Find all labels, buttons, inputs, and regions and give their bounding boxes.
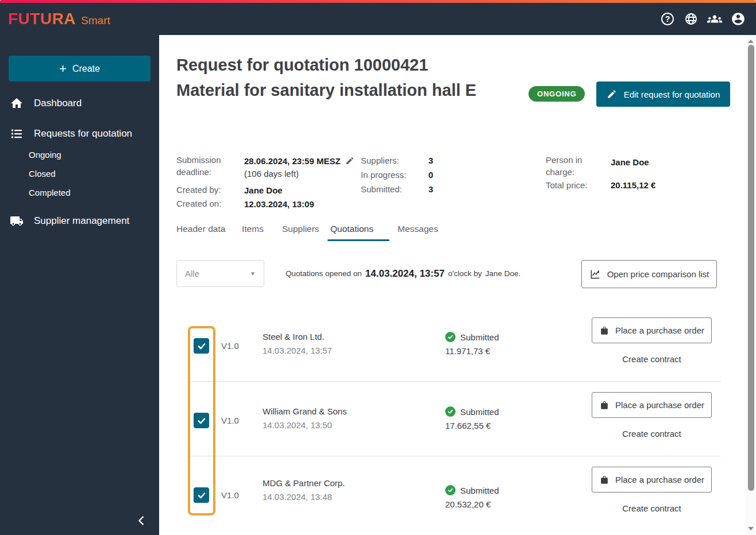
quotation-filter-select[interactable]: Alle ▼: [176, 260, 264, 287]
create-button[interactable]: + Create: [9, 56, 151, 82]
active-tab-indicator: [327, 239, 389, 241]
quotation-row: V1.0 William Grand & Sons 14.03.2024, 13…: [159, 375, 746, 449]
truck-icon: [10, 214, 24, 228]
quotation-row: V1.0 MDG & Partner Corp. 14.03.2024, 13:…: [159, 449, 746, 524]
place-purchase-order-button[interactable]: Place a purchase order: [592, 317, 712, 343]
quotation-version: V1.0: [221, 341, 239, 351]
users-group-icon[interactable]: [707, 11, 722, 26]
submission-deadline-value: 28.06.2024, 23:59 MESZ: [244, 155, 354, 168]
scrollbar: [746, 35, 756, 535]
sidebar-item-supplier-management[interactable]: Supplier management: [0, 212, 159, 230]
in-progress-label: In progress:: [361, 169, 406, 181]
tab-items[interactable]: Items: [242, 224, 264, 234]
place-purchase-order-label: Place a purchase order: [615, 400, 704, 410]
edit-deadline-icon[interactable]: [345, 156, 354, 168]
main-content: Request for quotation 10000421 Material …: [159, 35, 746, 535]
chevron-down-icon: ▼: [250, 270, 256, 277]
create-contract-link[interactable]: Create contract: [592, 503, 712, 513]
account-icon[interactable]: [731, 11, 746, 26]
tab-quotations[interactable]: Quotations: [330, 224, 373, 234]
logo-primary: FUTURA: [8, 10, 76, 28]
tab-suppliers[interactable]: Suppliers: [282, 224, 319, 234]
sidebar-subitem-ongoing[interactable]: Ongoing: [0, 147, 159, 162]
sidebar-subitem-completed[interactable]: Completed: [0, 185, 159, 200]
created-on-value: 12.03.2024, 13:09: [244, 198, 314, 210]
supplier-name: Steel & Iron Ltd.: [263, 332, 325, 342]
open-price-comparison-button[interactable]: Open price comparison list: [581, 260, 717, 288]
opened-prefix: Quotations opened on: [286, 269, 362, 278]
check-icon: [196, 490, 207, 501]
tab-messages[interactable]: Messages: [398, 224, 438, 234]
bag-icon: [599, 325, 610, 336]
place-purchase-order-label: Place a purchase order: [615, 475, 704, 484]
person-in-charge-value: Jane Doe: [611, 156, 649, 168]
app-logo: FUTURA Smart: [8, 10, 110, 28]
scrollbar-up-arrow[interactable]: [748, 39, 754, 44]
create-contract-link[interactable]: Create contract: [592, 429, 712, 439]
create-contract-link[interactable]: Create contract: [592, 354, 712, 364]
tab-header-data[interactable]: Header data: [176, 224, 225, 234]
submitted-count-label: Submitted:: [361, 183, 402, 195]
help-icon[interactable]: ?: [660, 11, 675, 26]
logo-secondary: Smart: [81, 14, 110, 27]
supplier-name: MDG & Partner Corp.: [263, 478, 345, 488]
quotation-status: Submitted: [445, 332, 499, 342]
check-circle-icon: [445, 332, 456, 342]
bag-icon: [599, 475, 610, 485]
quotation-checkbox[interactable]: [194, 338, 209, 354]
scrollbar-down-arrow[interactable]: [748, 526, 754, 531]
sidebar-item-requests-for-quotation[interactable]: Requests for quotation: [0, 125, 159, 142]
sidebar-item-label: Dashboard: [34, 98, 82, 109]
deadline-days-left: (106 days left): [244, 168, 299, 180]
quotation-price: 11.971,73 €: [445, 346, 490, 356]
chevron-left-icon: [135, 514, 148, 527]
filter-selected-value: Alle: [185, 269, 199, 278]
open-price-comparison-label: Open price comparison list: [607, 269, 709, 279]
suppliers-count-value: 3: [421, 154, 433, 166]
in-progress-value: 0: [421, 169, 433, 181]
suppliers-count-label: Suppliers:: [361, 154, 399, 166]
page-title-line2: Material for sanitary installation hall …: [176, 77, 476, 103]
check-circle-icon: [445, 406, 456, 417]
quotation-date: 14.03.2024, 13:57: [263, 346, 332, 355]
quotation-row: V1.0 Steel & Iron Ltd. 14.03.2024, 13:57…: [159, 300, 746, 375]
quotation-version: V1.0: [221, 490, 239, 500]
status-label: Submitted: [460, 407, 499, 417]
status-badge: ONGOING: [529, 86, 585, 102]
quotation-date: 14.03.2024, 13:48: [263, 492, 332, 502]
quotation-checkbox[interactable]: [194, 413, 209, 428]
edit-request-button[interactable]: Edit request for quotation: [596, 82, 730, 107]
bag-icon: [599, 400, 610, 410]
place-purchase-order-button[interactable]: Place a purchase order: [592, 392, 712, 418]
globe-icon[interactable]: [684, 11, 699, 26]
sidebar-item-dashboard[interactable]: Dashboard: [0, 95, 159, 112]
page-title-line1: Request for quotation 10000421: [176, 52, 476, 77]
check-icon: [196, 341, 207, 351]
sidebar: + Create Dashboard Requests for quotatio…: [0, 35, 159, 535]
sidebar-item-label: Supplier management: [34, 215, 129, 227]
page-title: Request for quotation 10000421 Material …: [176, 52, 476, 103]
chart-icon: [589, 269, 601, 280]
quotation-price: 17.662,55 €: [445, 421, 491, 431]
created-on-label: Created on:: [176, 197, 221, 210]
scrollbar-thumb[interactable]: [748, 45, 754, 491]
home-icon: [10, 96, 24, 110]
topbar-icons: ?: [660, 11, 746, 26]
app-root: FUTURA Smart ?: [0, 0, 756, 535]
total-price-label: Total price:: [546, 179, 588, 191]
plus-icon: +: [59, 63, 67, 75]
status-label: Submitted: [460, 332, 499, 342]
sidebar-collapse-button[interactable]: [134, 513, 149, 528]
total-price-value: 20.115,12 €: [611, 179, 655, 191]
supplier-name: William Grand & Sons: [263, 406, 347, 416]
place-purchase-order-label: Place a purchase order: [615, 325, 704, 335]
opened-by: Jane Doe.: [485, 269, 521, 278]
quotations-opened-text: Quotations opened on 14.03.2024, 13:57 o…: [286, 260, 520, 287]
sidebar-subitem-closed[interactable]: Closed: [0, 166, 159, 181]
quotation-status: Submitted: [445, 406, 499, 417]
check-icon: [196, 416, 207, 426]
quotation-checkbox[interactable]: [194, 487, 209, 503]
submission-deadline-label: Submission deadline:: [176, 154, 229, 178]
sidebar-item-label: Requests for quotation: [34, 128, 132, 139]
place-purchase-order-button[interactable]: Place a purchase order: [592, 467, 712, 493]
